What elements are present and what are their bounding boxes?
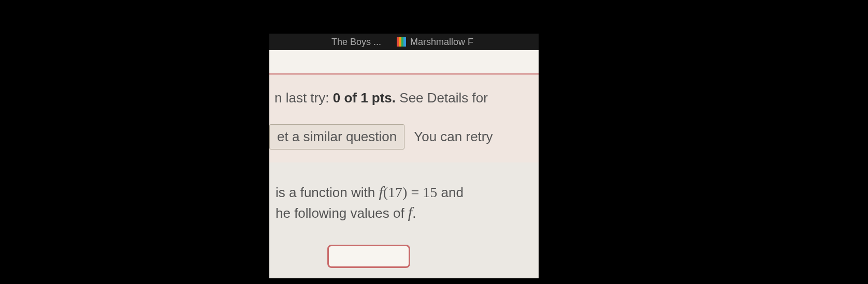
score-points: 0 of 1 pts. [333,90,396,106]
rainbow-icon [397,37,406,47]
answer-input-box[interactable] [327,245,410,268]
score-prefix: n last try: [274,90,333,106]
score-text: n last try: 0 of 1 pts. See Details for [269,90,539,106]
question-line2-prefix: he following values of [276,205,408,221]
retry-row: et a similar question You can retry [269,124,539,150]
bookmark-item-boys[interactable]: The Boys ... [331,37,381,48]
bookmark-item-marshmallow[interactable]: Marshmallow F [397,37,473,48]
math-variable: f [408,204,412,221]
question-suffix: and [437,185,464,200]
question-line-2: he following values of f. [276,204,532,221]
browser-bookmarks-bar: The Boys ... Marshmallow F [269,34,539,50]
similar-question-button[interactable]: et a similar question [269,124,404,150]
score-feedback-box: n last try: 0 of 1 pts. See Details for … [269,73,539,162]
question-prefix: is a function with [276,185,379,200]
question-line-1: is a function with f(17) = 15 and [276,183,532,201]
bookmark-label: The Boys ... [331,37,381,48]
math-expression: f(17) = 15 [379,184,437,200]
question-line2-suffix: . [412,205,416,221]
question-area: is a function with f(17) = 15 and he fol… [269,162,539,278]
retry-text: You can retry [414,129,493,145]
score-suffix: See Details for [396,90,488,106]
content-area: n last try: 0 of 1 pts. See Details for … [269,50,539,267]
bookmark-label: Marshmallow F [410,37,473,48]
